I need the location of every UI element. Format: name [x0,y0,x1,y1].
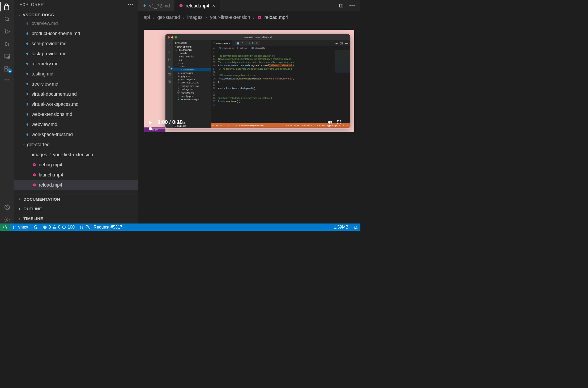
inner-tree-item: README.md [181,91,194,94]
settings-gear-icon[interactable] [3,216,11,223]
sidebar-menu-icon[interactable]: ••• [127,2,133,7]
extensions-icon[interactable]: 1 [3,65,11,73]
search-icon[interactable] [3,15,11,23]
explorer-icon[interactable] [3,3,11,11]
problems-indicator[interactable]: 0 0 100 [40,223,77,231]
chevron-right-icon [18,207,21,210]
remote-indicator[interactable] [0,223,10,231]
more-actions-icon[interactable]: ••• [349,3,355,8]
inner-crumb-item: src [213,47,216,49]
remote-explorer-icon[interactable] [3,52,11,60]
activity-bar: 1 ••• [0,0,14,223]
activity-overflow-icon[interactable]: ••• [4,77,10,83]
breadcrumb-item[interactable]: images [187,15,202,20]
file-item[interactable]: scm-provider.md [14,39,138,49]
video-more-icon[interactable]: ⋮ [346,120,350,124]
volume-icon[interactable] [327,120,332,124]
chevron-right-icon: › [153,15,154,20]
file-label: launch.mp4 [39,172,63,178]
video-time: 0:00 / 0:19 [157,119,183,125]
folder-label: your-first-extension [53,152,93,157]
breadcrumb-item[interactable]: get-started [157,15,180,20]
file-item[interactable]: workspace-trust.md [14,129,138,140]
video-frame-vscode: extension.ts — helloworld EXPLORE [165,34,350,128]
markdown-icon [25,52,29,55]
file-label: reload.mp4 [39,182,62,188]
folder-label: get-started [27,142,50,147]
file-label: telemetry.md [32,61,58,66]
chevron-down-icon [27,153,30,156]
file-item[interactable]: debug.mp4 [14,160,138,170]
markdown-icon [25,42,29,45]
warning-count: 0 [58,225,61,230]
accounts-icon[interactable] [3,203,11,211]
chevron-down-icon [22,143,25,146]
inner-tree-item: .vscode [179,52,187,55]
file-item[interactable]: web-extensions.md [14,109,138,119]
inner-tree-item: package.json [181,88,194,91]
svg-rect-26 [168,82,169,83]
breadcrumb[interactable]: api › get-started › images › your-first-… [138,11,360,23]
tab-v1-72[interactable]: v1_72.md [138,0,175,11]
filesize[interactable]: 1.59MB [331,223,351,231]
svg-point-1 [5,29,6,31]
file-item[interactable]: launch.mp4 [14,170,138,180]
file-item[interactable]: overview.md [14,18,138,28]
editor-area: v1_72.md reload.mp4 ••• api › get-starte… [138,0,360,223]
inner-crumb-item: extension.ts [222,47,234,49]
file-item[interactable]: webview.md [14,119,138,129]
tree-root[interactable]: VSCODE-DOCS [14,12,138,18]
folder-get-started[interactable]: get-started [14,140,138,150]
file-item[interactable]: virtual-workspaces.md [14,99,138,109]
split-editor-icon[interactable] [339,3,343,8]
svg-point-36 [80,228,81,229]
breadcrumb-item[interactable]: api [144,15,150,20]
tab-reload[interactable]: reload.mp4 [174,0,220,11]
inner-tree-item: extension.ts [183,68,195,71]
sidebar-panel[interactable]: DOCUMENTATION [14,194,138,204]
file-item[interactable]: product-icon-theme.md [14,28,138,39]
video-controls: ▶ 0:00 / 0:19 ⋮ [144,114,354,132]
pull-request[interactable]: Pull Request #5317 [77,223,125,231]
file-label: testing.md [32,71,53,77]
video-icon [33,163,36,166]
file-item[interactable]: telemetry.md [14,59,138,69]
play-button[interactable]: ▶ [149,119,152,125]
chevron-right-icon [18,217,21,220]
file-label: virtual-workspaces.md [32,102,79,107]
fullscreen-icon[interactable] [337,120,341,124]
inner-tree-item: package-lock.json [181,85,199,87]
folder-images[interactable]: images / your-first-extension [14,150,138,160]
folder-label: images [32,152,47,157]
file-item[interactable]: task-provider.md [14,49,138,59]
git-branch[interactable]: vnext [10,223,31,231]
info-count: 100 [67,225,75,230]
inner-debug-icon [167,65,172,69]
file-item[interactable]: testing.md [14,69,138,79]
branch-label: vnext [18,225,28,230]
source-control-icon[interactable] [3,28,11,35]
video-progress[interactable] [149,128,350,129]
file-item[interactable]: reload.mp4 [14,180,138,190]
file-label: scm-provider.md [32,41,66,46]
inner-search-icon [167,50,172,54]
video-player[interactable]: extension.ts — helloworld EXPLORE [144,30,354,132]
sidebar-title: EXPLORER [20,2,44,7]
close-icon[interactable] [212,4,215,7]
breadcrumb-item[interactable]: your-first-extension [210,15,250,20]
file-label: overview.md [32,21,58,26]
file-label: webview.md [32,122,57,127]
svg-rect-25 [168,81,169,82]
file-item[interactable]: virtual-documents.md [14,89,138,99]
tree-root-label: VSCODE-DOCS [23,12,54,17]
run-debug-icon[interactable] [3,40,11,48]
notifications-bell-icon[interactable] [351,223,361,231]
chevron-right-icon [18,197,21,201]
markdown-icon [25,72,29,75]
sidebar-panel[interactable]: OUTLINE [14,204,138,214]
file-label: task-provider.md [32,51,66,56]
sync-button[interactable] [31,223,41,231]
file-item[interactable]: tree-view.md [14,79,138,89]
sidebar-panel[interactable]: TIMELINE [14,214,138,223]
breadcrumb-item[interactable]: reload.mp4 [265,15,288,20]
